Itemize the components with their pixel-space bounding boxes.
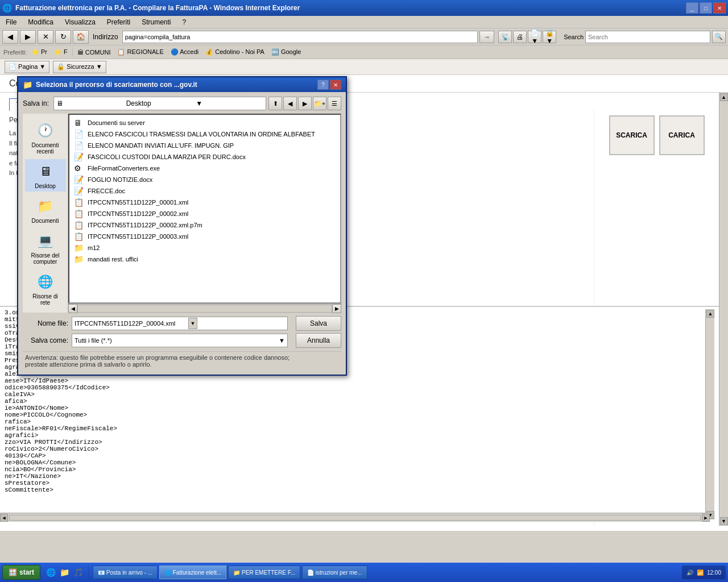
- task-fatturazione[interactable]: 🌐 Fatturazione elett...: [159, 566, 226, 579]
- close-window-button[interactable]: ✕: [713, 2, 726, 14]
- fav-separator: [72, 48, 73, 57]
- security-dropdown-button[interactable]: 🔒▼: [543, 31, 556, 43]
- menu-bar: File Modifica Visualizza Preferiti Strum…: [0, 16, 728, 28]
- dialog-overlay: 📁 Seleziona il percorso di scaricamento …: [0, 59, 728, 531]
- window-controls: _ □ ✕: [686, 2, 726, 14]
- filetype-dropdown[interactable]: Tutti i file (*.*) ▼: [72, 334, 288, 347]
- file-icon: 📋: [74, 209, 84, 218]
- task-posta[interactable]: 📧 Posta in arrivo - ...: [93, 566, 158, 579]
- dialog-content-area: 🕐 Documenti recenti 🖥 Desktop 📁 Document…: [23, 114, 341, 313]
- link-google[interactable]: 🔤 Google: [269, 48, 304, 56]
- taskbar-quicklaunch: 🌐 📁 🎵: [44, 566, 84, 579]
- dialog-close-button[interactable]: ✕: [330, 80, 341, 90]
- filename-dropdown-btn[interactable]: ▼: [188, 318, 197, 329]
- file-name: ITPCCNTN55T11D122P_00002.xml.p7m: [88, 222, 202, 228]
- nav-forward-button[interactable]: ▶: [298, 97, 312, 110]
- file-name: Documenti su server: [88, 119, 145, 126]
- dialog-bottom-fields: Nome file: ▼ Salva Salva come: Tutti i f…: [23, 316, 341, 348]
- menu-view[interactable]: Visualizza: [61, 17, 99, 27]
- file-icon: 📋: [74, 232, 84, 241]
- ie-icon: 🌐: [2, 3, 12, 13]
- print-button[interactable]: 🖨: [513, 31, 527, 43]
- h-scroll-right[interactable]: ▶: [332, 304, 341, 313]
- task-istruzioni[interactable]: 📄 istruzioni per me...: [302, 566, 367, 579]
- address-input[interactable]: [122, 31, 478, 43]
- address-label: Indirizzo: [93, 33, 118, 41]
- file-item[interactable]: 📝FOGLIO NOTIZIE.docx: [72, 174, 338, 185]
- menu-help[interactable]: ?: [179, 17, 190, 27]
- restore-button[interactable]: □: [700, 2, 712, 14]
- file-icon: 📝: [74, 152, 84, 161]
- page-dropdown-button[interactable]: 📄▼: [528, 31, 541, 43]
- sidebar-desktop[interactable]: 🖥 Desktop: [25, 159, 66, 192]
- file-item[interactable]: 📝FASCICOLI CUSTODI DALLA MARZIA PER DURC…: [72, 151, 338, 163]
- file-item[interactable]: 📋ITPCCNTN55T11D122P_00001.xml: [72, 197, 338, 208]
- file-item[interactable]: 📋ITPCCNTN55T11D122P_00002.xml: [72, 208, 338, 219]
- h-scroll-left[interactable]: ◀: [68, 304, 77, 313]
- nav-up-button[interactable]: ⬆: [268, 97, 282, 110]
- file-item[interactable]: 📁m12: [72, 242, 338, 253]
- minimize-button[interactable]: _: [686, 2, 698, 14]
- dialog-folder-icon: 📁: [23, 80, 32, 89]
- documents-label: Documenti: [32, 218, 59, 224]
- h-scrollbar: ◀ ▶: [68, 304, 341, 313]
- create-folder-button[interactable]: 📁+: [313, 97, 326, 110]
- file-item[interactable]: 📄ELENCO MANDATI INVIATI ALL'UFF. IMPUGN.…: [72, 140, 338, 151]
- refresh-button[interactable]: ↻: [55, 30, 71, 44]
- file-item[interactable]: 📋ITPCCNTN55T11D122P_00002.xml.p7m: [72, 219, 338, 231]
- window-title: Fatturazione elettronica per la P.A. - C…: [15, 4, 686, 12]
- menu-file[interactable]: File: [2, 17, 20, 27]
- file-item[interactable]: 📝FRECCE.doc: [72, 185, 338, 197]
- sidebar-network[interactable]: 🌐 Risorse di rete: [25, 269, 66, 308]
- filetype-value: Tutti i file (*.*): [75, 337, 112, 344]
- file-icon: 📋: [74, 221, 84, 230]
- h-scroll-track[interactable]: [77, 305, 332, 313]
- task-per-emettere[interactable]: 📁 PER EMETTERE F...: [228, 566, 300, 579]
- link-cedolino[interactable]: 💰 Cedolino - Noi PA: [203, 48, 267, 56]
- menu-edit[interactable]: Modifica: [24, 17, 57, 27]
- back-button[interactable]: ◀: [2, 30, 18, 44]
- filename-row: Nome file: ▼ Salva: [23, 316, 341, 331]
- sidebar-documents[interactable]: 📁 Documenti: [25, 194, 66, 226]
- recent-label: Documenti recenti: [27, 142, 64, 155]
- save-in-label: Salva in:: [23, 99, 49, 107]
- dialog-help-button[interactable]: ?: [317, 80, 329, 90]
- explorer-quicklaunch[interactable]: 📁: [58, 566, 71, 579]
- start-button[interactable]: 🪟 start: [2, 565, 40, 580]
- file-item[interactable]: 📋ITPCCNTN55T11D122P_00003.xml: [72, 231, 338, 242]
- nav-back-button[interactable]: ◀: [283, 97, 297, 110]
- media-quicklaunch[interactable]: 🎵: [72, 566, 84, 579]
- link-regionale[interactable]: 📋 REGIONALE: [115, 48, 166, 56]
- save-button[interactable]: Salva: [296, 316, 341, 331]
- go-button[interactable]: →: [479, 31, 494, 43]
- view-button[interactable]: ☰: [328, 97, 341, 110]
- search-input[interactable]: [585, 31, 710, 43]
- menu-favorites[interactable]: Preferiti: [104, 17, 134, 27]
- location-dropdown[interactable]: 🖥 Desktop ▼: [53, 97, 266, 110]
- sidebar-recent[interactable]: 🕐 Documenti recenti: [25, 118, 66, 157]
- link-comuni[interactable]: 🏛 COMUNI: [75, 48, 113, 56]
- link-accedi[interactable]: 🔵 Accedi: [168, 48, 201, 56]
- search-button[interactable]: 🔍: [712, 31, 726, 43]
- file-name: ITPCCNTN55T11D122P_00001.xml: [88, 199, 188, 206]
- fav-pr[interactable]: ⭐ Pr: [29, 48, 49, 56]
- file-item[interactable]: 📁mandati rest. uffici: [72, 253, 338, 265]
- forward-button[interactable]: ▶: [20, 30, 36, 44]
- file-item[interactable]: ⚙FileFormatConverters.exe: [72, 163, 338, 174]
- file-item[interactable]: 📄ELENCO FASCICOLI TRASMESSI DALLA VOLONT…: [72, 128, 338, 140]
- stop-button[interactable]: ✕: [38, 30, 53, 44]
- menu-tools[interactable]: Strumenti: [138, 17, 174, 27]
- file-list: 🖥Documenti su server📄ELENCO FASCICOLI TR…: [68, 114, 341, 304]
- ie-quicklaunch[interactable]: 🌐: [44, 566, 57, 579]
- computer-icon: 💻: [35, 231, 56, 251]
- file-name: mandati rest. uffici: [88, 256, 138, 263]
- sidebar-computer[interactable]: 💻 Risorse del computer: [25, 228, 66, 267]
- home-button[interactable]: 🏠: [73, 30, 89, 44]
- filename-input[interactable]: [75, 320, 188, 327]
- file-item[interactable]: 🖥Documenti su server: [72, 117, 338, 128]
- fav-label: Preferiti:: [3, 49, 27, 56]
- cancel-button[interactable]: Annulla: [296, 333, 341, 348]
- fav-f[interactable]: ⭐ F: [52, 48, 70, 56]
- file-name: ELENCO FASCICOLI TRASMESSI DALLA VOLONTA…: [88, 131, 315, 138]
- rss-button[interactable]: 📡: [498, 31, 512, 43]
